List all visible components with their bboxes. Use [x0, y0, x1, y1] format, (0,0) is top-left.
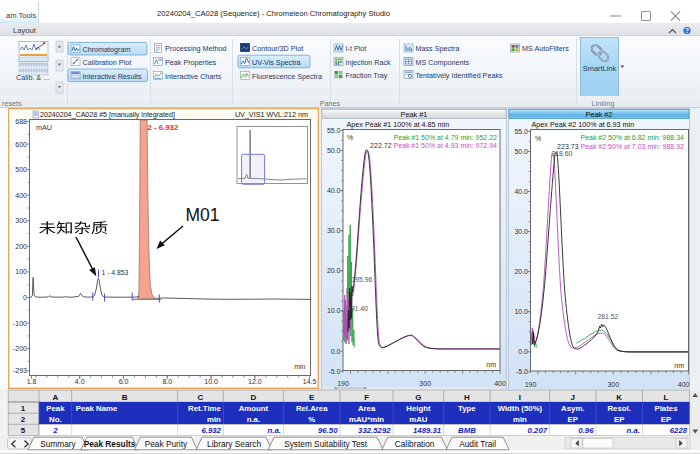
svg-text:500: 500	[15, 166, 27, 173]
svg-text:55.0: 55.0	[327, 127, 341, 134]
svg-text:SmartLink: SmartLink	[583, 64, 617, 73]
svg-text:D: D	[251, 393, 257, 402]
svg-text:0.0: 0.0	[518, 348, 528, 355]
svg-text:Fluorescence Spectra: Fluorescence Spectra	[252, 72, 322, 81]
svg-text:4.0: 4.0	[75, 378, 85, 385]
svg-text:20240204_CA028 #5 [manually in: 20240204_CA028 #5 [manually integrated]	[40, 111, 175, 119]
svg-text:I: I	[519, 393, 521, 402]
svg-text:EP: EP	[661, 415, 671, 424]
svg-text:H: H	[464, 393, 470, 402]
svg-text:50.0: 50.0	[514, 148, 528, 155]
svg-text:200: 200	[15, 243, 27, 250]
svg-text:Peak Results: Peak Results	[84, 439, 136, 449]
svg-text:min: min	[294, 363, 305, 370]
svg-text:20.0: 20.0	[514, 268, 528, 275]
svg-text:Contour/3D Plot: Contour/3D Plot	[252, 44, 303, 53]
svg-text:2: 2	[21, 415, 26, 424]
svg-text:14.5: 14.5	[303, 378, 317, 385]
svg-text:40.0: 40.0	[327, 187, 341, 194]
svg-text:190: 190	[525, 381, 537, 388]
svg-text:Area: Area	[358, 404, 376, 413]
svg-text:System Suitability Test: System Suitability Test	[284, 439, 368, 449]
svg-text:50.0: 50.0	[327, 147, 341, 154]
svg-text:12.0: 12.0	[248, 378, 262, 385]
svg-text:5: 5	[21, 426, 26, 435]
svg-text:1: 1	[21, 404, 26, 413]
svg-text:2: 2	[52, 426, 58, 435]
svg-text:Type: Type	[458, 404, 476, 413]
svg-text:Library Search: Library Search	[207, 439, 261, 449]
svg-text:Asym.: Asym.	[561, 404, 584, 413]
svg-text:min: min	[513, 415, 527, 424]
svg-text:n.a.: n.a.	[267, 426, 280, 435]
svg-text:No.: No.	[49, 415, 62, 424]
svg-text:Peak #1 50% at 4.79 min: 952.2: Peak #1 50% at 4.79 min: 952.22	[393, 134, 497, 141]
svg-text:Interactive Results: Interactive Results	[83, 72, 143, 81]
svg-text:-293: -293	[13, 367, 27, 374]
svg-text:10.0: 10.0	[514, 308, 528, 315]
svg-text:UV-Vis Spectra: UV-Vis Spectra	[252, 58, 301, 67]
svg-text:mAU: mAU	[36, 123, 52, 132]
svg-text:6.932: 6.932	[201, 426, 221, 435]
svg-text:Calibration: Calibration	[395, 439, 435, 449]
svg-text:Rel.Area: Rel.Area	[296, 404, 328, 413]
svg-text:40.0: 40.0	[514, 188, 528, 195]
svg-text:0.96: 0.96	[578, 426, 594, 435]
svg-text:%: %	[535, 135, 541, 142]
svg-text:Peak #2: Peak #2	[586, 110, 613, 119]
svg-text:300: 300	[419, 380, 431, 387]
svg-text:MS Components: MS Components	[416, 58, 470, 67]
svg-text:30.0: 30.0	[514, 228, 528, 235]
svg-text:-100: -100	[13, 320, 27, 327]
svg-text:Summary: Summary	[40, 439, 76, 449]
svg-text:1.8: 1.8	[27, 378, 37, 385]
svg-text:G: G	[415, 393, 421, 402]
svg-text:6228: 6228	[670, 426, 688, 435]
svg-text:L: L	[664, 393, 669, 402]
svg-text:M01: M01	[186, 205, 220, 225]
svg-text:332.5292: 332.5292	[358, 426, 391, 435]
svg-text:-200: -200	[13, 345, 27, 352]
svg-text:min: min	[207, 415, 221, 424]
svg-text:UV_VIS1 WVL:212 nm: UV_VIS1 WVL:212 nm	[235, 110, 308, 119]
svg-text:Apex Peak #2 100% at 6.93 min: Apex Peak #2 100% at 6.93 min	[532, 120, 635, 129]
svg-text:nm: nm	[674, 362, 684, 369]
svg-text:Peak #2 50% at 6.82 min: 988.3: Peak #2 50% at 6.82 min: 988.34	[580, 134, 684, 141]
svg-text:K: K	[616, 393, 622, 402]
svg-text:Processing Method: Processing Method	[165, 44, 227, 53]
svg-text:Apex Peak #1 100% at 4.85 min: Apex Peak #1 100% at 4.85 min	[347, 120, 450, 129]
svg-text:30.0: 30.0	[327, 227, 341, 234]
svg-text:-5.0: -5.0	[516, 368, 528, 375]
svg-text:Peak Name: Peak Name	[76, 404, 118, 413]
svg-text:400: 400	[678, 381, 690, 388]
svg-text:Peak: Peak	[46, 404, 65, 413]
svg-text:55.0: 55.0	[514, 128, 528, 135]
svg-text:1489.31: 1489.31	[413, 426, 441, 435]
svg-text:EP: EP	[568, 415, 578, 424]
svg-text:Interactive Charts: Interactive Charts	[165, 72, 222, 81]
svg-text:0.207: 0.207	[528, 426, 548, 435]
svg-text:8.0: 8.0	[162, 378, 172, 385]
svg-text:20.0: 20.0	[327, 267, 341, 274]
svg-text:0: 0	[23, 294, 27, 301]
svg-text:10.0: 10.0	[204, 378, 218, 385]
svg-text:Chromatogram: Chromatogram	[83, 45, 131, 54]
svg-text:195.96: 195.96	[352, 276, 373, 283]
svg-text:400: 400	[15, 192, 27, 199]
svg-text:688: 688	[15, 118, 27, 125]
svg-text:-5.0: -5.0	[328, 368, 340, 375]
svg-text:Peak Purity: Peak Purity	[145, 439, 188, 449]
svg-text:Resol.: Resol.	[607, 404, 630, 413]
svg-text:n.a.: n.a.	[627, 426, 640, 435]
svg-text:6.0: 6.0	[119, 378, 129, 385]
svg-text:B: B	[122, 393, 128, 402]
svg-text:n.a.: n.a.	[247, 415, 260, 424]
svg-text:100: 100	[15, 268, 27, 275]
svg-text:MS AutoFilters: MS AutoFilters	[522, 44, 569, 53]
svg-text:Mass Spectra: Mass Spectra	[416, 44, 460, 53]
svg-text:190: 190	[337, 380, 349, 387]
svg-text:%: %	[308, 415, 315, 424]
svg-text:Plates: Plates	[655, 404, 679, 413]
svg-text:0.0: 0.0	[331, 348, 341, 355]
svg-text:2 - 6.932: 2 - 6.932	[148, 123, 179, 132]
